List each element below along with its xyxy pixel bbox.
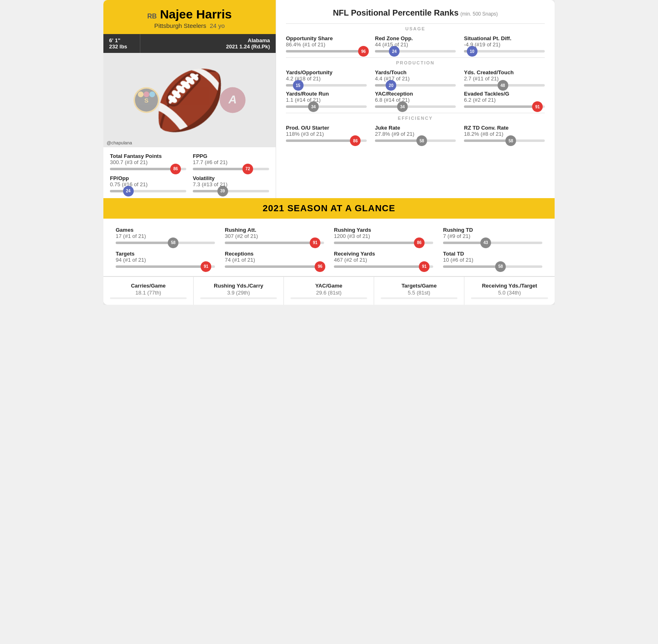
slider-dot: 48 (498, 80, 508, 91)
slider-track: 86 (110, 168, 186, 170)
player-position-name: RB Najee Harris (112, 7, 267, 21)
slider-dot: 39 (217, 186, 228, 196)
top-section: RB Najee Harris Pittsburgh Steelers 24 y… (103, 0, 555, 198)
slider-track: 86 (334, 242, 433, 244)
stat-value: -4.9 (#19 of 21) (464, 41, 545, 48)
player-height: 6' 1" (109, 37, 134, 43)
slider-dot: 91 (532, 101, 543, 112)
slider-dot: 72 (242, 164, 253, 174)
stat-label: RZ TD Conv. Rate (464, 125, 545, 131)
stat-value: 6.8 (#14 of 21) (375, 97, 456, 103)
stat-label: Yds. Created/Touch (464, 69, 545, 75)
stat-item: Receiving Yards 467 (#2 of 21) 91 (334, 251, 433, 268)
stat-label: Situational Pt. Diff. (464, 35, 545, 41)
slider-dot: 34 (397, 101, 408, 112)
stat-value: 7.3 (#13 of 21) (193, 181, 269, 187)
svg-point-5 (149, 91, 155, 97)
stat-label: Yards/Route Run (286, 91, 367, 97)
slider-track: 34 (286, 105, 367, 108)
stat-item: Games 17 (#1 of 21) 58 (116, 227, 215, 244)
slider-dot: 91 (201, 261, 211, 272)
slider-track: 96 (225, 265, 324, 268)
slider-track: 91 (334, 265, 433, 268)
slider-track: 72 (193, 168, 269, 170)
season-stats-grid: Games 17 (#1 of 21) 58 Rushing Att. 307 … (103, 219, 555, 276)
stat-label: Receiving Yards (334, 251, 433, 257)
slider-track: 43 (443, 242, 542, 244)
slider-dot: 58 (168, 238, 178, 248)
stat-value: 94 (#1 of 21) (116, 257, 215, 263)
stat-label: YAC/Reception (375, 91, 456, 97)
stat-item: Yards/Touch 4.4 (#17 of 21) 20 (375, 69, 456, 87)
slider-track: 58 (443, 265, 542, 268)
stat-item: RZ TD Conv. Rate 18.2% (#8 of 21) 58 (464, 125, 545, 142)
bottom-stat-value: 5.5 (81st) (381, 290, 457, 296)
bottom-stat-label: YAC/Game (290, 283, 367, 289)
bottom-stat-label: Rushing Yds./Carry (200, 283, 277, 289)
stat-item: Evaded Tackles/G 6.2 (#2 of 21) 91 (464, 91, 545, 108)
stat-label: Total Fantasy Points (110, 153, 186, 159)
stat-label: Rushing Yards (334, 227, 433, 233)
stat-item: Opportunity Share 86.4% (#1 of 21) 96 (286, 35, 367, 53)
stat-label: Yards/Opportunity (286, 69, 367, 75)
slider-dot: 58 (416, 135, 427, 146)
stat-item: Rushing Att. 307 (#2 of 21) 91 (225, 227, 324, 244)
bottom-stat-value: 18.1 (77th) (110, 290, 187, 296)
player-meta: 6' 1" 232 lbs Alabama 2021 1.24 (Rd.Pk) (103, 34, 276, 53)
bottom-stat-value: 5.0 (34th) (471, 290, 548, 296)
svg-text:A: A (228, 93, 237, 106)
stat-label: Juke Rate (375, 125, 456, 131)
slider-track: 20 (375, 84, 456, 87)
slider-dot: 91 (310, 238, 320, 248)
stat-value: 307 (#2 of 21) (225, 233, 324, 239)
player-draft: 2021 1.24 (Rd.Pk) (226, 43, 270, 50)
team-logos-bg: S A (103, 53, 276, 147)
stat-label: Receptions (225, 251, 324, 257)
bottom-stat-value: 29.6 (81st) (290, 290, 367, 296)
stat-value: 1.1 (#14 of 21) (286, 97, 367, 103)
stat-label: Rushing TD (443, 227, 542, 233)
stat-item: Yards/Route Run 1.1 (#14 of 21) 34 (286, 91, 367, 108)
left-panel: RB Najee Harris Pittsburgh Steelers 24 y… (103, 0, 276, 198)
stat-value: 44 (#15 of 21) (375, 41, 456, 48)
season-header: 2021 SEASON AT A GLANCE (103, 198, 555, 219)
slider-dot: 96 (358, 46, 369, 57)
slider-track: 48 (464, 84, 545, 87)
bottom-stat: Targets/Game 5.5 (81st) (374, 277, 464, 305)
stat-item: Targets 94 (#1 of 21) 91 (116, 251, 215, 268)
player-measurements: 6' 1" 232 lbs (103, 34, 140, 53)
stat-item: Yds. Created/Touch 2.7 (#11 of 21) 48 (464, 69, 545, 87)
slider-track: 58 (375, 139, 456, 142)
svg-point-3 (138, 91, 144, 97)
slider-track: 96 (286, 50, 367, 53)
stat-item: Red Zone Opp. 44 (#15 of 21) 24 (375, 35, 456, 53)
player-draft-info: Alabama 2021 1.24 (Rd.Pk) (220, 34, 276, 53)
stat-item: Rushing TD 7 (#9 of 21) 43 (443, 227, 542, 244)
slider-track: 91 (116, 265, 215, 268)
slider-dot: 58 (505, 135, 516, 146)
slider-dot: 34 (308, 101, 319, 112)
slider-track: 24 (375, 50, 456, 53)
stat-label: Volatility (193, 175, 269, 181)
right-panel: NFL Positional Percentile Ranks (min. 50… (276, 0, 555, 198)
slider-track: 39 (193, 190, 269, 192)
slider-dot: 24 (123, 186, 134, 196)
slider-dot: 86 (170, 164, 181, 174)
usage-section-label: USAGE (286, 26, 545, 31)
bottom-bar: Carries/Game 18.1 (77th) Rushing Yds./Ca… (103, 276, 555, 305)
player-image-container: S A 🏈 @chapulana (103, 53, 276, 147)
stat-label: Red Zone Opp. (375, 35, 456, 41)
stat-item: Situational Pt. Diff. -4.9 (#19 of 21) 1… (464, 35, 545, 53)
efficiency-section-label: EFFICIENCY (286, 116, 545, 121)
stat-label: Opportunity Share (286, 35, 367, 41)
player-team: Pittsburgh Steelers 24 yo (112, 22, 267, 29)
production-section-label: PRODUCTION (286, 60, 545, 65)
stat-label: Games (116, 227, 215, 233)
stat-label: Targets (116, 251, 215, 257)
slider-track: 24 (110, 190, 186, 192)
slider-dot: 15 (293, 80, 304, 91)
stat-label: Yards/Touch (375, 69, 456, 75)
stat-item: Prod. O/U Starter 118% (#3 of 21) 86 (286, 125, 367, 142)
bottom-stat: Receiving Yds./Target 5.0 (34th) (464, 277, 555, 305)
slider-track: 34 (375, 105, 456, 108)
